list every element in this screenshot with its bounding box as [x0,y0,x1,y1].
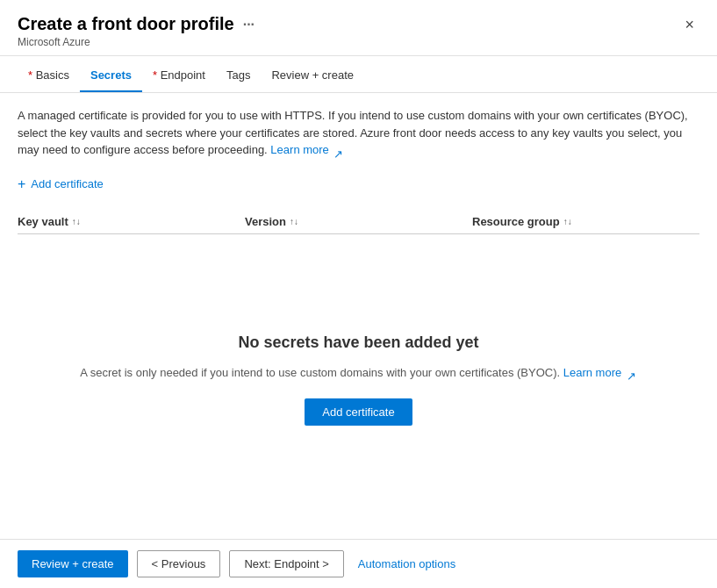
version-sort-icon: ↑↓ [290,217,298,226]
review-create-button[interactable]: Review + create [18,550,128,577]
external-link-icon: ↗ [333,146,344,156]
empty-state-title: No secrets have been added yet [238,333,478,352]
add-certificate-label: Add certificate [31,177,103,190]
table-header: Key vault ↑↓ Version ↑↓ Resource group ↑… [18,210,699,234]
column-version[interactable]: Version ↑↓ [245,215,472,228]
create-front-door-panel: Create a front door profile ··· Microsof… [0,0,717,588]
column-key-vault-label: Key vault [18,215,68,228]
key-vault-sort-icon: ↑↓ [72,217,81,226]
panel-body: A managed certificate is provided for yo… [0,93,717,539]
column-resource-group-label: Resource group [472,215,560,228]
tab-review-create[interactable]: Review + create [261,60,364,92]
empty-state-learn-more-link[interactable]: Learn more ↗ [563,366,637,379]
empty-state-description: A secret is only needed if you intend to… [80,364,637,382]
tab-tags[interactable]: Tags [216,60,261,92]
previous-button[interactable]: < Previous [137,550,221,577]
add-certificate-primary-button[interactable]: Add certificate [305,398,412,426]
panel-title-text: Create a front door profile [18,14,234,34]
panel-title-group: Create a front door profile ··· Microsof… [18,14,255,48]
plus-icon: + [18,176,25,192]
column-version-label: Version [245,215,286,228]
empty-state-desc-text: A secret is only needed if you intend to… [80,366,560,379]
close-button[interactable]: × [679,14,699,36]
panel-title: Create a front door profile ··· [18,14,255,34]
panel-footer: Review + create < Previous Next: Endpoin… [0,539,717,588]
empty-external-link-icon: ↗ [627,368,637,378]
column-resource-group[interactable]: Resource group ↑↓ [472,215,699,228]
info-text-content: A managed certificate is provided for yo… [18,109,688,156]
add-certificate-button[interactable]: + Add certificate [18,173,699,196]
automation-options-link[interactable]: Automation options [353,557,461,570]
tabs-container: Basics Secrets Endpoint Tags Review + cr… [0,60,717,93]
info-text: A managed certificate is provided for yo… [18,107,699,159]
column-key-vault[interactable]: Key vault ↑↓ [18,215,245,228]
panel-subtitle: Microsoft Azure [18,36,255,48]
resource-group-sort-icon: ↑↓ [563,217,572,226]
tab-secrets[interactable]: Secrets [80,60,142,92]
next-endpoint-button[interactable]: Next: Endpoint > [229,550,343,577]
panel-header: Create a front door profile ··· Microsof… [0,0,717,56]
tab-basics[interactable]: Basics [18,60,80,92]
empty-learn-more-label: Learn more [563,366,621,379]
tab-endpoint[interactable]: Endpoint [142,60,216,92]
info-learn-more-link[interactable]: Learn more ↗ [270,143,344,156]
learn-more-label: Learn more [270,143,328,156]
empty-state: No secrets have been added yet A secret … [18,234,699,526]
panel-ellipsis-button[interactable]: ··· [243,17,255,32]
